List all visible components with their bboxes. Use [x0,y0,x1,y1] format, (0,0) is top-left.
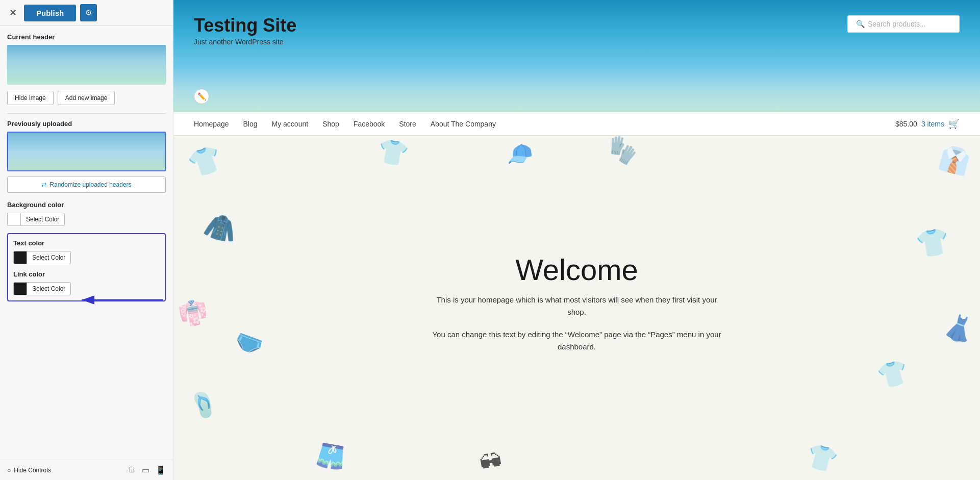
float-item-7: 🧢 [502,138,536,170]
float-item-13: 🩳 [314,440,348,472]
site-title: Testing Site [194,15,296,36]
text-color-label: Text color [13,239,160,247]
site-tagline: Just another WordPress site [194,38,296,46]
float-item-11: 👗 [940,310,979,347]
float-item-2: 🧥 [200,209,241,247]
top-bar: ✕ Publish ⚙ [0,0,173,26]
main-area: Testing Site Just another WordPress site… [173,0,980,480]
nav-my-account[interactable]: My account [272,120,309,128]
text-link-color-section: Text color Select Color Link color Selec… [7,233,166,301]
tablet-icon[interactable]: ▭ [142,465,149,475]
cart-price: $85.00 [895,120,917,128]
panel-content: Current header Hide image Add new image … [0,26,173,460]
nav-homepage[interactable]: Homepage [194,120,229,128]
search-placeholder: Search products... [868,20,926,28]
previously-uploaded-preview [7,132,166,171]
background-select-color-button[interactable]: Select Color [20,213,65,226]
background-color-swatch[interactable] [7,213,20,226]
edit-pencil-button[interactable]: ✏️ [194,89,209,104]
panel-bottom: ○ Hide Controls 🖥 ▭ 📱 [0,460,173,480]
site-nav: Homepage Blog My account Shop Facebook S… [173,112,980,136]
float-item-8: 🧤 [603,136,642,169]
cart-area: $85.00 3 items 🛒 [895,118,960,130]
search-icon: 🔍 [856,20,865,28]
float-item-5: 🩴 [186,387,222,423]
nav-store[interactable]: Store [399,120,416,128]
gear-button[interactable]: ⚙ [80,4,97,21]
customizer-panel: ✕ Publish ⚙ Current header Hide image Ad… [0,0,173,480]
shuffle-icon: ⇄ [41,181,46,188]
text-color-swatch[interactable] [13,251,27,264]
search-bar[interactable]: 🔍 Search products... [847,15,960,33]
float-item-14: 🕶 [478,448,504,477]
link-color-label: Link color [13,270,160,278]
text-select-color-button[interactable]: Select Color [27,251,71,264]
welcome-desc-2: You can change this text by editing the … [429,329,725,353]
background-color-section: Background color Select Color [7,201,166,226]
site-branding: Testing Site Just another WordPress site [194,15,296,46]
current-header-label: Current header [7,33,166,41]
float-item-9: 👔 [936,142,973,178]
hide-controls-label: Hide Controls [14,467,51,474]
link-color-swatch[interactable] [13,282,27,295]
text-color-row: Select Color [13,251,160,264]
publish-button[interactable]: Publish [24,5,76,21]
float-item-3: 👘 [177,296,210,329]
background-color-row: Select Color [7,213,166,226]
welcome-section: 👕 🧥 👘 🩲 🩴 👕 🧢 🧤 👔 👕 👗 👕 🩳 🕶 👕 Welcome Th… [173,136,980,480]
hide-image-button[interactable]: Hide image [7,91,54,105]
nav-links: Homepage Blog My account Shop Facebook S… [194,120,496,128]
site-header: Testing Site Just another WordPress site… [173,0,980,112]
nav-blog[interactable]: Blog [243,120,258,128]
float-item-6: 👕 [375,136,411,169]
mobile-icon[interactable]: 📱 [156,465,166,475]
nav-shop[interactable]: Shop [322,120,339,128]
circle-icon: ○ [7,467,11,474]
float-item-10: 👕 [914,225,952,261]
background-color-label: Background color [7,201,166,209]
nav-facebook[interactable]: Facebook [354,120,385,128]
float-item-1: 👕 [185,141,227,182]
desktop-icon[interactable]: 🖥 [128,465,136,475]
site-header-top: Testing Site Just another WordPress site… [194,15,960,46]
link-color-row: Select Color [13,282,160,295]
cart-icon[interactable]: 🛒 [948,118,960,130]
hide-controls-row[interactable]: ○ Hide Controls [7,467,51,474]
nav-about[interactable]: About The Company [431,120,496,128]
link-select-color-button[interactable]: Select Color [27,282,71,295]
close-button[interactable]: ✕ [6,6,20,19]
previously-uploaded-label: Previously uploaded [7,120,166,128]
text-color-section: Text color Select Color [13,239,160,264]
welcome-desc-1: This is your homepage which is what most… [429,294,725,318]
randomize-button[interactable]: ⇄ Randomize uploaded headers [7,176,166,193]
cart-items: 3 items [921,120,944,128]
float-item-4: 🩲 [231,325,266,360]
link-color-section: Link color Select Color [13,270,160,295]
welcome-title: Welcome [515,252,638,287]
float-item-15: 👕 [803,440,840,476]
float-item-12: 👕 [875,357,912,392]
header-image-buttons: Hide image Add new image [7,91,166,105]
current-header-preview [7,45,166,85]
add-new-image-button[interactable]: Add new image [58,91,115,105]
device-icons: 🖥 ▭ 📱 [128,465,166,475]
